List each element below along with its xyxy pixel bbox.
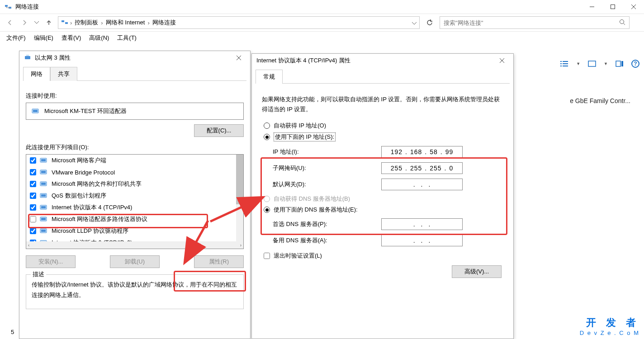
svg-rect-7 <box>65 22 68 24</box>
scrollbar-thumb[interactable] <box>236 155 243 204</box>
svg-rect-12 <box>560 63 562 64</box>
breadcrumb[interactable]: › 控制面板 › 网络和 Internet › 网络连接 <box>58 16 420 29</box>
list-item[interactable]: VMware Bridge Protocol <box>26 166 243 178</box>
auto-dns-label: 自动获得 DNS 服务器地址(B) <box>274 195 350 203</box>
item-label: Microsoft 网络适配器多路传送器协议 <box>52 215 147 223</box>
validate-on-exit-row[interactable]: 退出时验证设置(L) <box>264 252 502 260</box>
folder-icon <box>61 19 69 27</box>
auto-ip-radio-row[interactable]: 自动获得 IP 地址(O) <box>264 122 502 130</box>
manual-dns-radio-row[interactable]: 使用下面的 DNS 服务器地址(E): <box>264 206 502 214</box>
menu-file[interactable]: 文件(F) <box>3 33 29 43</box>
dialog-titlebar[interactable]: Internet 协议版本 4 (TCP/IPv4) 属性 <box>252 54 513 67</box>
view-large-icon[interactable] <box>587 60 597 68</box>
help-icon[interactable]: ? <box>631 60 639 68</box>
uninstall-button[interactable]: 卸载(U) <box>110 255 160 268</box>
back-button[interactable] <box>5 17 15 28</box>
item-label: Microsoft 网络客户端 <box>52 156 106 165</box>
menu-view[interactable]: 查看(V) <box>58 33 85 43</box>
tab-general[interactable]: 常规 <box>256 70 283 84</box>
list-item[interactable]: Microsoft 网络的文件和打印机共享 <box>26 178 243 190</box>
menu-bar: 文件(F) 编辑(E) 查看(V) 高级(N) 工具(T) <box>0 32 644 44</box>
radio-icon[interactable] <box>264 207 270 213</box>
item-checkbox[interactable] <box>30 216 36 222</box>
item-label: QoS 数据包计划程序 <box>52 192 106 200</box>
item-checkbox[interactable] <box>30 181 36 187</box>
ip-address-input[interactable]: 192.168.58.99 <box>381 146 463 158</box>
pref-dns-label: 首选 DNS 服务器(P): <box>273 220 381 228</box>
item-checkbox[interactable] <box>30 204 36 211</box>
tab-sharing[interactable]: 共享 <box>50 67 77 81</box>
list-item[interactable]: Internet 协议版本 4 (TCP/IPv4) <box>26 202 243 213</box>
validate-checkbox[interactable] <box>264 253 270 259</box>
svg-rect-3 <box>611 5 615 9</box>
radio-icon[interactable] <box>264 134 270 140</box>
svg-rect-20 <box>26 55 29 56</box>
item-checkbox[interactable] <box>30 193 36 199</box>
menu-advanced[interactable]: 高级(N) <box>85 33 113 43</box>
item-label: VMware Bridge Protocol <box>52 169 115 176</box>
close-button[interactable] <box>495 54 509 67</box>
gateway-input[interactable]: ... <box>381 179 463 190</box>
forward-button[interactable] <box>19 17 30 28</box>
close-button[interactable] <box>232 51 246 65</box>
window-title: 网络连接 <box>15 3 39 11</box>
close-button[interactable] <box>623 0 644 14</box>
crumb-2[interactable]: 网络连接 <box>151 19 178 27</box>
history-dropdown[interactable] <box>33 17 40 28</box>
search-box[interactable] <box>440 16 630 29</box>
ip-address-label: IP 地址(I): <box>273 148 381 156</box>
up-button[interactable] <box>43 17 54 28</box>
svg-point-8 <box>620 19 624 24</box>
protocol-icon <box>40 192 48 200</box>
scrollbar-horizontal[interactable]: ‹› <box>26 241 243 249</box>
svg-rect-10 <box>560 61 562 62</box>
item-checkbox[interactable] <box>30 228 36 234</box>
description-group: 描述 传输控制协议/Internet 协议。该协议是默认的广域网络协议，用于在不… <box>26 274 244 309</box>
protocol-icon <box>40 157 48 165</box>
network-items-listbox[interactable]: Microsoft 网络客户端VMware Bridge ProtocolMic… <box>26 154 244 249</box>
page-number: 5 <box>11 329 14 335</box>
tab-network[interactable]: 网络 <box>23 67 50 81</box>
subnet-mask-input[interactable]: 255.255.255.0 <box>381 162 463 174</box>
search-icon[interactable] <box>619 19 625 27</box>
manual-ip-radio-row[interactable]: 使用下面的 IP 地址(S): <box>264 132 502 141</box>
item-checkbox[interactable] <box>30 157 36 164</box>
adapter-icon <box>32 108 40 115</box>
svg-rect-18 <box>621 61 623 66</box>
menu-tools[interactable]: 工具(T) <box>114 33 140 43</box>
connect-using-label: 连接时使用: <box>26 92 244 100</box>
validate-label: 退出时验证设置(L) <box>274 252 322 260</box>
list-item[interactable]: Microsoft 网络客户端 <box>26 155 243 166</box>
radio-icon[interactable] <box>264 122 270 129</box>
pref-dns-input[interactable]: ... <box>381 218 463 230</box>
crumb-0[interactable]: 控制面板 <box>73 19 100 27</box>
gateway-label: 默认网关(D): <box>273 180 381 188</box>
install-button[interactable]: 安装(N)... <box>26 255 76 268</box>
properties-button[interactable]: 属性(R) <box>194 255 244 268</box>
item-checkbox[interactable] <box>30 169 36 175</box>
view-details-icon[interactable] <box>560 60 569 68</box>
list-item[interactable]: Microsoft 网络适配器多路传送器协议 <box>26 213 243 225</box>
menu-edit[interactable]: 编辑(E) <box>30 33 57 43</box>
description-text: 传输控制协议/Internet 协议。该协议是默认的广域网络协议，用于在不同的相… <box>32 279 238 301</box>
scrollbar-vertical[interactable] <box>236 155 243 241</box>
svg-rect-26 <box>41 159 46 161</box>
dropdown-icon[interactable]: ▼ <box>576 61 580 66</box>
svg-rect-24 <box>33 110 38 112</box>
minimize-button[interactable] <box>582 0 602 14</box>
svg-rect-16 <box>588 61 596 66</box>
maximize-button[interactable] <box>602 0 623 14</box>
list-item[interactable]: Microsoft LLDP 协议驱动程序 <box>26 225 243 237</box>
dialog-title: Internet 协议版本 4 (TCP/IPv4) 属性 <box>256 56 350 65</box>
dialog-titlebar[interactable]: 以太网 3 属性 <box>19 51 250 65</box>
advanced-button[interactable]: 高级(V)... <box>452 265 502 278</box>
list-item[interactable]: QoS 数据包计划程序 <box>26 190 243 202</box>
refresh-button[interactable] <box>423 16 436 29</box>
chevron-down-icon[interactable] <box>412 19 417 26</box>
alt-dns-input[interactable]: ... <box>381 235 463 246</box>
configure-button[interactable]: 配置(C)... <box>194 124 244 137</box>
search-input[interactable] <box>444 19 619 26</box>
preview-pane-icon[interactable] <box>615 60 624 68</box>
dropdown-icon[interactable]: ▼ <box>604 61 608 66</box>
crumb-1[interactable]: 网络和 Internet <box>104 19 147 27</box>
